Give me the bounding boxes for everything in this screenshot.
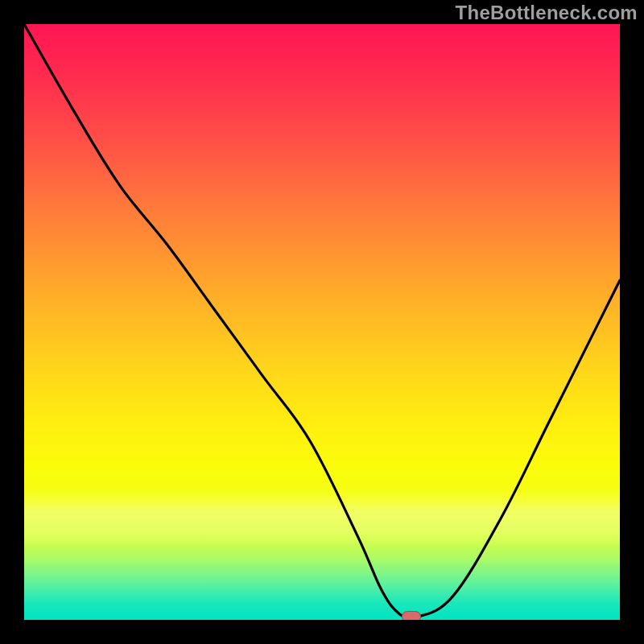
optimal-marker: [402, 611, 421, 620]
chart-frame: TheBottleneck.com: [0, 0, 644, 644]
bottleneck-curve: [24, 24, 620, 620]
plot-area: [24, 24, 620, 620]
watermark-text: TheBottleneck.com: [456, 2, 638, 24]
curve-path: [24, 24, 620, 618]
